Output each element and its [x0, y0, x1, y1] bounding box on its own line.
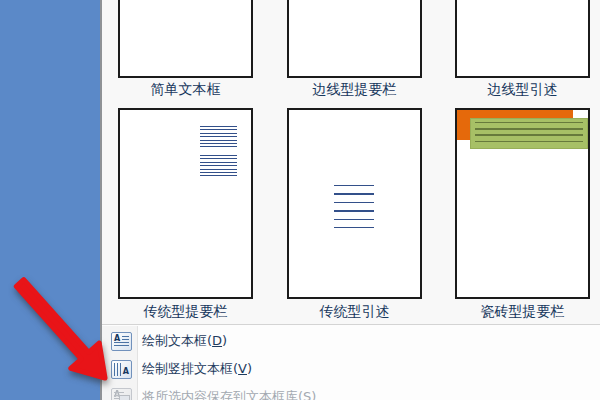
gallery-item-label: 瓷砖型提要栏 [445, 302, 600, 320]
gallery-item-traditional-sidebar[interactable] [118, 108, 253, 299]
placeholder-text-block [200, 155, 237, 178]
icon-overlap-box [119, 395, 130, 400]
annotation-arrow [0, 270, 130, 395]
menu-item-label: 将所选内容保存到文本框库(S) [142, 383, 316, 400]
gallery-item-tile-sidebar[interactable] [455, 108, 590, 299]
gallery-item-simple-textbox[interactable] [118, 0, 253, 78]
gallery-item-sideline-sidebar[interactable] [287, 0, 422, 78]
gallery-item-traditional-quote[interactable] [287, 108, 422, 299]
gallery-item-label: 传统型提要栏 [108, 302, 263, 320]
menu-item-draw-vertical-textbox[interactable]: A 绘制竖排文本框(V) [102, 355, 600, 383]
gallery-item-label: 传统型引述 [277, 302, 432, 320]
placeholder-text-block [200, 126, 237, 150]
gallery-item-label: 边线型提要栏 [277, 80, 432, 98]
menu-item-label: 绘制竖排文本框(V) [142, 355, 252, 383]
word-textbox-gallery-dropdown: 简单文本框 边线型提要栏 边线型引述 传统型提要栏 传统型引述 瓷砖型提要栏 A… [0, 0, 600, 400]
placeholder-text-block [334, 185, 374, 228]
menu-item-save-selection-to-gallery: A 将所选内容保存到文本框库(S) [102, 383, 600, 400]
menu-item-label: 绘制文本框(D) [142, 327, 227, 355]
tile-green-textbox [470, 118, 588, 149]
menu-item-draw-textbox[interactable]: A 绘制文本框(D) [102, 327, 600, 355]
gallery-item-sideline-quote[interactable] [455, 0, 590, 78]
placeholder-text-block [475, 122, 583, 145]
gallery-item-label: 简单文本框 [108, 80, 263, 98]
textbox-menu: A 绘制文本框(D) A 绘制竖排文本框(V) A 将所选内容保存到文本框库(S… [102, 325, 600, 400]
gallery-item-label: 边线型引述 [445, 80, 600, 98]
